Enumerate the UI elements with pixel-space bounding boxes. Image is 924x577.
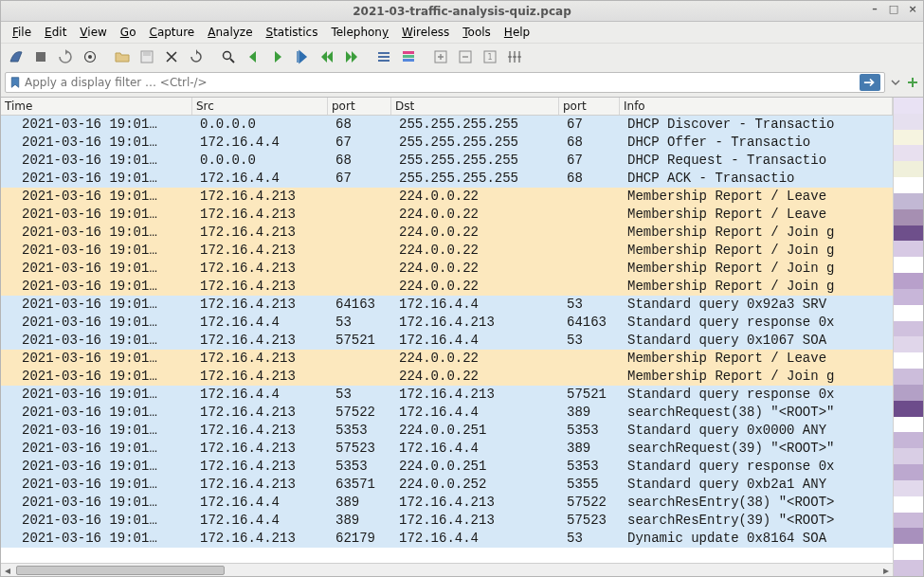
filter-expression-dropdown[interactable] xyxy=(887,74,904,91)
table-row[interactable]: 2021-03-16 19:01…172.16.4.21357523172.16… xyxy=(1,440,893,458)
cell: Membership Report / Join g xyxy=(620,278,893,296)
cell xyxy=(328,350,391,368)
table-row[interactable]: 2021-03-16 19:01…172.16.4.21364163172.16… xyxy=(1,296,893,314)
table-row[interactable]: 2021-03-16 19:01…172.16.4.213224.0.0.22M… xyxy=(1,206,893,224)
cell: 172.16.4.213 xyxy=(192,260,328,278)
menu-item[interactable]: Wireless xyxy=(396,24,455,41)
table-row[interactable]: 2021-03-16 19:01…172.16.4.453172.16.4.21… xyxy=(1,314,893,332)
cell: 224.0.0.22 xyxy=(391,260,559,278)
table-row[interactable]: 2021-03-16 19:01…172.16.4.213224.0.0.22M… xyxy=(1,224,893,242)
zoom-reset-icon[interactable]: 1 xyxy=(479,45,501,68)
table-row[interactable]: 2021-03-16 19:01…172.16.4.21357521172.16… xyxy=(1,332,893,350)
cell: Standard query response 0x xyxy=(620,314,893,332)
go-first-icon[interactable] xyxy=(316,45,338,68)
table-row[interactable]: 2021-03-16 19:01…172.16.4.213224.0.0.22M… xyxy=(1,188,893,206)
maximize-button[interactable]: □ xyxy=(887,3,900,16)
minimap-stripe xyxy=(894,225,923,242)
table-row[interactable]: 2021-03-16 19:01…0.0.0.068255.255.255.25… xyxy=(1,116,893,134)
go-forward-icon[interactable] xyxy=(266,45,289,68)
zoom-in-icon[interactable] xyxy=(429,45,452,68)
column-header-sport[interactable]: port xyxy=(328,98,391,115)
table-row[interactable]: 2021-03-16 19:01…172.16.4.4389172.16.4.2… xyxy=(1,512,893,530)
table-row[interactable]: 2021-03-16 19:01…172.16.4.2135353224.0.0… xyxy=(1,458,893,476)
column-header-dport[interactable]: port xyxy=(559,98,620,115)
go-back-icon[interactable] xyxy=(242,45,264,68)
menu-item[interactable]: View xyxy=(74,24,112,41)
colorize-icon[interactable] xyxy=(397,45,420,68)
menu-item[interactable]: Telephony xyxy=(325,24,394,41)
table-row[interactable]: 2021-03-16 19:01…172.16.4.213224.0.0.22M… xyxy=(1,242,893,260)
cell xyxy=(559,206,620,224)
find-packet-icon[interactable] xyxy=(217,45,240,68)
table-row[interactable]: 2021-03-16 19:01…172.16.4.467255.255.255… xyxy=(1,170,893,188)
reload-file-icon[interactable] xyxy=(185,45,208,68)
table-row[interactable]: 2021-03-16 19:01…172.16.4.21357522172.16… xyxy=(1,404,893,422)
table-row[interactable]: 2021-03-16 19:01…172.16.4.453172.16.4.21… xyxy=(1,386,893,404)
cell: 224.0.0.22 xyxy=(391,188,559,206)
cell: 2021-03-16 19:01… xyxy=(1,386,192,404)
packet-minimap[interactable] xyxy=(893,98,923,576)
table-row[interactable]: 2021-03-16 19:01…172.16.4.213224.0.0.22M… xyxy=(1,368,893,386)
menu-item[interactable]: File xyxy=(7,24,37,41)
menu-item[interactable]: Statistics xyxy=(261,24,324,41)
display-filter-input[interactable] xyxy=(25,76,856,89)
apply-filter-button[interactable] xyxy=(860,74,880,91)
minimap-stripe xyxy=(894,98,923,114)
menu-item[interactable]: Tools xyxy=(457,24,497,41)
cell: 172.16.4.4 xyxy=(192,494,328,512)
menu-item[interactable]: Capture xyxy=(143,24,200,41)
table-row[interactable]: 2021-03-16 19:01…172.16.4.21363571224.0.… xyxy=(1,476,893,494)
shark-fin-icon[interactable] xyxy=(5,45,27,68)
table-row[interactable]: 2021-03-16 19:01…172.16.4.213224.0.0.22M… xyxy=(1,350,893,368)
filter-add-button[interactable] xyxy=(906,74,919,91)
table-row[interactable]: 2021-03-16 19:01…172.16.4.213224.0.0.22M… xyxy=(1,260,893,278)
open-file-icon[interactable] xyxy=(111,45,134,68)
cell: 5353 xyxy=(559,458,620,476)
stop-capture-icon[interactable] xyxy=(29,45,52,68)
go-to-packet-icon[interactable] xyxy=(291,45,314,68)
minimap-stripe xyxy=(894,145,923,161)
zoom-out-icon[interactable] xyxy=(454,45,477,68)
scroll-left-icon[interactable]: ◂ xyxy=(1,564,14,577)
menu-item[interactable]: Go xyxy=(115,24,142,41)
cell xyxy=(559,368,620,386)
menu-item[interactable]: Analyze xyxy=(202,24,258,41)
minimize-button[interactable]: – xyxy=(868,3,881,16)
close-file-icon[interactable] xyxy=(160,45,183,68)
cell: 2021-03-16 19:01… xyxy=(1,296,192,314)
cell: 172.16.4.4 xyxy=(391,404,559,422)
horizontal-scrollbar[interactable]: ◂ ▸ xyxy=(1,563,893,576)
auto-scroll-icon[interactable] xyxy=(372,45,395,68)
menu-item[interactable]: Edit xyxy=(39,24,72,41)
save-file-icon[interactable] xyxy=(136,45,158,68)
go-last-icon[interactable] xyxy=(340,45,363,68)
cell xyxy=(328,278,391,296)
capture-options-icon[interactable] xyxy=(79,45,101,68)
restart-capture-icon[interactable] xyxy=(54,45,77,68)
menu-item[interactable]: Help xyxy=(498,24,535,41)
resize-columns-icon[interactable] xyxy=(503,45,526,68)
close-button[interactable]: × xyxy=(906,3,919,16)
packet-rows[interactable]: 2021-03-16 19:01…0.0.0.068255.255.255.25… xyxy=(1,116,893,563)
table-row[interactable]: 2021-03-16 19:01…172.16.4.21362179172.16… xyxy=(1,530,893,548)
column-header-info[interactable]: Info xyxy=(620,98,893,115)
cell: 57521 xyxy=(559,386,620,404)
minimap-stripe xyxy=(894,448,923,464)
column-header-src[interactable]: Src xyxy=(192,98,328,115)
table-row[interactable]: 2021-03-16 19:01…0.0.0.068255.255.255.25… xyxy=(1,152,893,170)
cell: 172.16.4.213 xyxy=(192,206,328,224)
cell: 68 xyxy=(328,116,391,134)
display-filter-field[interactable] xyxy=(5,72,885,93)
scroll-right-icon[interactable]: ▸ xyxy=(879,564,893,577)
table-row[interactable]: 2021-03-16 19:01…172.16.4.213224.0.0.22M… xyxy=(1,278,893,296)
cell: 172.16.4.213 xyxy=(391,314,559,332)
cell: Standard query 0x92a3 SRV xyxy=(620,296,893,314)
cell: 389 xyxy=(328,512,391,530)
column-header-time[interactable]: Time xyxy=(1,98,192,115)
scroll-thumb[interactable] xyxy=(16,566,225,575)
cell: Membership Report / Leave xyxy=(620,206,893,224)
column-header-dst[interactable]: Dst xyxy=(391,98,559,115)
table-row[interactable]: 2021-03-16 19:01…172.16.4.4389172.16.4.2… xyxy=(1,494,893,512)
table-row[interactable]: 2021-03-16 19:01…172.16.4.467255.255.255… xyxy=(1,134,893,152)
table-row[interactable]: 2021-03-16 19:01…172.16.4.2135353224.0.0… xyxy=(1,422,893,440)
